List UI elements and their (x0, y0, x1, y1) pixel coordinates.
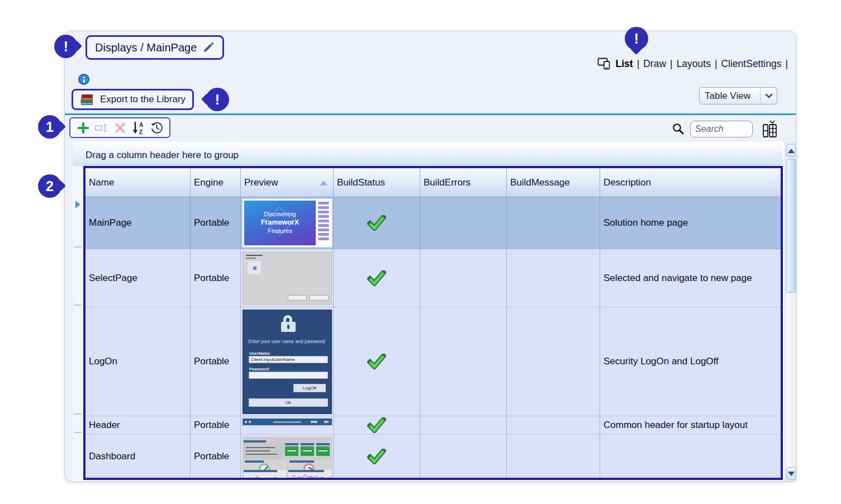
column-header-builderrors[interactable]: BuildErrors (420, 168, 507, 197)
cell-description: Security LogOn and LogOff (600, 307, 781, 416)
nav-separator: | (637, 58, 640, 70)
view-mode-nav: List | Draw | Layouts | ClientSettings | (597, 56, 788, 71)
nav-item-draw[interactable]: Draw (643, 58, 666, 70)
dropdown-button[interactable] (760, 88, 777, 104)
cell-engine: Portable (191, 307, 241, 416)
column-header-buildstatus[interactable]: BuildStatus (334, 168, 420, 197)
preview-image-selectpage (243, 252, 332, 305)
build-success-icon (367, 215, 386, 231)
column-header-buildmessage[interactable]: BuildMessage (507, 168, 600, 197)
chevron-down-icon (764, 91, 772, 98)
search-area (672, 120, 778, 139)
build-success-icon (367, 417, 386, 433)
cell-builderrors (420, 307, 507, 416)
callout-badge-grid: 2 (38, 174, 61, 198)
sort-asc-icon (320, 180, 327, 186)
build-success-icon (367, 449, 386, 464)
grid-toolbar: A Z (69, 117, 170, 138)
row-selector-gutter[interactable] (73, 166, 83, 480)
scroll-up-icon[interactable] (786, 144, 796, 157)
nav-item-layouts[interactable]: Layouts (677, 58, 711, 70)
cell-buildstatus (334, 435, 420, 478)
cell-buildstatus (334, 307, 420, 416)
column-header-name[interactable]: Name (85, 168, 191, 197)
section-divider (65, 113, 796, 115)
scroll-down-icon[interactable] (786, 467, 796, 480)
export-button-label: Export to the Library (100, 94, 186, 105)
devices-icon (597, 58, 611, 70)
cell-name: SelectPage (85, 249, 191, 307)
svg-text:Z: Z (139, 129, 142, 135)
cell-buildmessage (507, 249, 600, 307)
cell-preview: Enter your user name and password. UserN… (241, 307, 334, 416)
displays-panel: ! Displays / MainPage (64, 31, 796, 482)
column-header-engine[interactable]: Engine (191, 168, 241, 197)
nav-separator: | (670, 58, 673, 70)
row-indicator-icon (75, 201, 80, 208)
scrollbar-thumb[interactable] (786, 159, 796, 293)
cell-buildmessage (507, 307, 600, 416)
add-icon[interactable] (76, 121, 91, 135)
build-success-icon (367, 270, 386, 286)
table-row-dashboard[interactable]: Dashboard Portable (85, 435, 781, 478)
page-title-button[interactable]: Displays / MainPage (85, 35, 224, 60)
cell-preview: Discovering FrameworX Features (241, 197, 334, 249)
search-icon (672, 122, 685, 136)
page-title: Displays / MainPage (95, 41, 197, 54)
table-row-selectpage[interactable]: SelectPage Portable (85, 249, 781, 307)
history-icon[interactable] (150, 121, 164, 135)
info-icon[interactable] (78, 74, 89, 85)
cell-builderrors (420, 435, 507, 478)
column-header-preview[interactable]: Preview (241, 168, 334, 197)
column-header-description[interactable]: Description (600, 168, 781, 197)
cell-buildstatus (334, 416, 420, 435)
callout-badge-nav: ! (625, 27, 648, 50)
cell-buildmessage (507, 416, 600, 435)
cell-name: Dashboard (85, 435, 191, 478)
preview-image-dashboard (243, 437, 332, 478)
vertical-scrollbar[interactable] (785, 143, 797, 481)
cell-preview (241, 416, 334, 435)
cell-description: Common header for startup layout (600, 416, 781, 435)
cell-name: LogOn (85, 307, 191, 416)
cell-description: Selected and navigate to new page (600, 249, 781, 307)
table-row-mainpage[interactable]: MainPage Portable Discovering FrameworX … (85, 197, 781, 249)
callout-badge-export: ! (206, 88, 229, 111)
cell-engine: Portable (191, 249, 241, 307)
cell-builderrors (420, 416, 507, 435)
cell-buildstatus (334, 197, 420, 249)
cell-name: MainPage (85, 197, 191, 249)
cell-description: Solution home page (600, 197, 781, 249)
displays-table: Name Engine Preview BuildStatus BuildErr… (83, 166, 783, 480)
search-input[interactable] (690, 121, 753, 137)
preview-image-mainpage: Discovering FrameworX Features (243, 199, 332, 247)
lock-icon (281, 322, 296, 332)
cell-builderrors (420, 249, 507, 307)
preview-image-header (243, 419, 332, 425)
table-row-header[interactable]: Header Portable C (85, 416, 781, 435)
build-success-icon (367, 354, 386, 369)
pencil-icon[interactable] (202, 41, 215, 54)
view-selector-dropdown[interactable]: Table View (699, 87, 777, 104)
library-icon (80, 93, 94, 106)
cell-preview (241, 249, 334, 307)
nav-item-list[interactable]: List (616, 58, 633, 70)
view-selector-value: Table View (700, 91, 760, 102)
export-to-library-button[interactable]: Export to the Library (72, 89, 194, 110)
group-by-drop-zone[interactable]: Drag a column header here to group (73, 144, 783, 166)
sort-az-icon[interactable]: A Z (131, 121, 146, 135)
grid-area: Drag a column header here to group 2 Nam… (73, 142, 784, 481)
cell-engine: Portable (191, 416, 241, 435)
callout-badge-toolbar: 1 (38, 115, 61, 139)
screen: ! Displays / MainPage (0, 0, 841, 504)
delete-icon[interactable] (113, 121, 127, 135)
rename-icon[interactable] (94, 121, 109, 135)
table-header-row: Name Engine Preview BuildStatus BuildErr… (85, 168, 781, 197)
column-chooser-icon[interactable] (761, 120, 778, 139)
cell-engine: Portable (191, 435, 241, 478)
nav-separator: | (785, 58, 788, 70)
svg-text:A: A (139, 122, 143, 128)
nav-item-clientsettings[interactable]: ClientSettings (721, 58, 781, 70)
table-row-logon[interactable]: LogOn Portable Enter your user name and … (85, 307, 781, 416)
cell-description (600, 435, 781, 478)
